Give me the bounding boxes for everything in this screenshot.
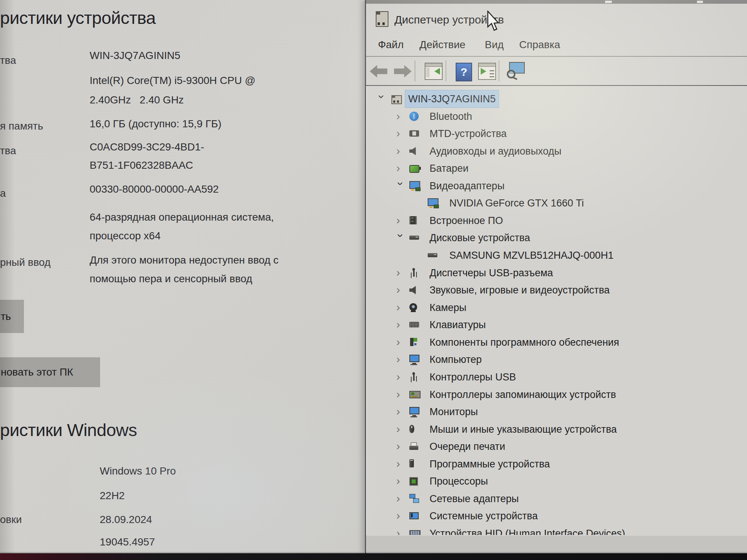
pen-touch-line1: Для этого монитора недоступен ввод с: [90, 254, 279, 266]
tree-item-label[interactable]: Программные устройства: [427, 455, 553, 473]
rename-pc-button-fragment[interactable]: новать этот ПК: [0, 357, 100, 387]
tree-item-label[interactable]: Диспетчеры USB-разъема: [427, 264, 556, 281]
tree-item-label[interactable]: Встроенное ПО: [427, 212, 506, 229]
tree-item[interactable]: › Программные устройства: [367, 455, 747, 473]
tree-item[interactable]: SAMSUNG MZVLB512HAJQ-000H1: [367, 247, 747, 264]
device-id-line2: B751-1F062328BAAC: [90, 159, 193, 171]
tree-item-label[interactable]: Клавиатуры: [427, 316, 489, 333]
sound-icon: [409, 286, 418, 295]
computer-icon: [409, 355, 419, 362]
keyboard-icon: [409, 322, 419, 327]
expander-icon[interactable]: ›: [373, 95, 390, 103]
tree-item-label[interactable]: Контроллеры запоминающих устройств: [427, 386, 619, 403]
tree-item[interactable]: › Дисковые устройства: [367, 229, 747, 246]
tree-item[interactable]: › Сетевые адаптеры: [367, 490, 747, 507]
expander-icon[interactable]: ›: [396, 351, 405, 368]
tree-item[interactable]: › Очереди печати: [367, 438, 747, 455]
expander-icon[interactable]: ›: [396, 368, 405, 386]
tree-item[interactable]: › Камеры: [367, 299, 747, 316]
expander-icon[interactable]: ›: [396, 334, 405, 351]
tree-item-label[interactable]: Контроллеры USB: [427, 368, 519, 386]
toolbar: ?: [366, 57, 747, 85]
tree-item[interactable]: › Клавиатуры: [367, 316, 747, 333]
tree-item-label[interactable]: Сетевые адаптеры: [427, 490, 522, 507]
expander-icon[interactable]: ›: [396, 455, 405, 473]
tree-item[interactable]: › Диспетчеры USB-разъема: [367, 264, 747, 281]
device-manager-app-icon: [376, 11, 388, 27]
forward-icon[interactable]: [394, 64, 412, 78]
tree-item[interactable]: › Компоненты программного обеспечения: [367, 334, 747, 351]
tree-item-label[interactable]: Батареи: [427, 160, 471, 177]
title-bar[interactable]: Диспетчер устройств: [366, 4, 747, 37]
menu-file[interactable]: Файл: [378, 39, 404, 51]
expander-icon[interactable]: ›: [396, 125, 405, 142]
menu-action[interactable]: Действие: [419, 39, 465, 51]
tree-item[interactable]: › Мониторы: [367, 403, 747, 420]
expander-icon[interactable]: ›: [396, 212, 405, 229]
expander-icon[interactable]: ›: [396, 438, 405, 455]
tree-item[interactable]: › WIN-3JQ7AGININ5: [367, 90, 747, 108]
tree-item[interactable]: › Контроллеры запоминающих устройств: [367, 386, 747, 403]
expander-icon[interactable]: ›: [396, 299, 405, 316]
properties-icon[interactable]: [478, 63, 496, 80]
expander-icon[interactable]: ›: [396, 281, 405, 299]
tree-item[interactable]: › Батареи: [367, 160, 747, 177]
tree-item-label[interactable]: Процессоры: [427, 473, 491, 490]
expander-icon[interactable]: ›: [396, 507, 405, 525]
tree-item-label[interactable]: NVIDIA GeForce GTX 1660 Ti: [446, 195, 587, 212]
tree-item[interactable]: › Системные устройства: [367, 507, 747, 525]
tree-item-label[interactable]: Bluetooth: [427, 108, 475, 125]
tree-item-label[interactable]: MTD-устройства: [427, 125, 510, 142]
expander-icon[interactable]: ›: [396, 160, 405, 177]
show-console-tree-icon[interactable]: [425, 63, 443, 80]
expander-icon[interactable]: ›: [396, 108, 405, 125]
expander-icon[interactable]: ›: [396, 421, 405, 438]
tree-item-label[interactable]: Компьютер: [427, 351, 485, 368]
back-icon[interactable]: [370, 64, 387, 78]
mtd-icon: [409, 130, 419, 137]
tree-item[interactable]: › Аудиовходы и аудиовыходы: [367, 143, 747, 160]
expander-icon[interactable]: ›: [396, 316, 405, 333]
ram-value: 16,0 ГБ (доступно: 15,9 ГБ): [90, 118, 221, 130]
tree-item-label[interactable]: Мыши и иные указывающие устройства: [427, 421, 620, 438]
tree-item-label[interactable]: Звуковые, игровые и видеоустройства: [427, 281, 613, 299]
expander-icon[interactable]: ›: [396, 386, 405, 403]
tree-item-label[interactable]: SAMSUNG MZVLB512HAJQ-000H1: [446, 247, 617, 264]
device-tree[interactable]: › WIN-3JQ7AGININ5 › Bluetooth › MTD-устр…: [366, 86, 747, 535]
menu-view[interactable]: Вид: [485, 39, 504, 51]
expander-icon[interactable]: ›: [396, 473, 405, 490]
tree-item-label[interactable]: Аудиовходы и аудиовыходы: [427, 143, 564, 160]
expander-icon[interactable]: ›: [396, 264, 405, 281]
copy-button-fragment[interactable]: ть: [0, 300, 24, 333]
expander-icon[interactable]: ›: [392, 182, 409, 190]
tree-item[interactable]: › Контроллеры USB: [367, 368, 747, 386]
tree-item-label[interactable]: Дисковые устройства: [427, 229, 533, 246]
tree-item[interactable]: › Встроенное ПО: [367, 212, 747, 229]
tree-item[interactable]: NVIDIA GeForce GTX 1660 Ti: [367, 195, 747, 212]
tree-item[interactable]: › Bluetooth: [367, 108, 747, 125]
expander-icon[interactable]: ›: [396, 143, 405, 160]
tree-item[interactable]: › Мыши и иные указывающие устройства: [367, 421, 747, 438]
expander-icon[interactable]: ›: [396, 525, 405, 535]
tree-item-label[interactable]: WIN-3JQ7AGININ5: [405, 90, 499, 108]
menu-help[interactable]: Справка: [519, 39, 560, 51]
tree-item-label[interactable]: Камеры: [427, 299, 469, 316]
tree-item-label[interactable]: Устройства HID (Human Interface Devices): [427, 525, 628, 535]
tree-item-label[interactable]: Мониторы: [427, 403, 481, 420]
tree-item-label[interactable]: Очереди печати: [427, 438, 508, 455]
tree-item[interactable]: › MTD-устройства: [367, 125, 747, 142]
tree-item[interactable]: › Компьютер: [367, 351, 747, 368]
expander-icon[interactable]: ›: [396, 490, 405, 507]
scan-hardware-changes-icon[interactable]: [507, 62, 525, 80]
photographed-screen: ристики устройства тва WIN-3JQ7AGININ5 I…: [0, 0, 747, 560]
help-icon[interactable]: ?: [456, 63, 472, 81]
tree-item[interactable]: › Видеоадаптеры: [367, 177, 747, 195]
tree-item-label[interactable]: Видеоадаптеры: [427, 177, 508, 195]
expander-icon[interactable]: ›: [392, 234, 409, 242]
tree-item[interactable]: › Устройства HID (Human Interface Device…: [367, 525, 747, 535]
tree-item-label[interactable]: Системные устройства: [427, 507, 541, 525]
expander-icon[interactable]: ›: [396, 403, 405, 420]
tree-item-label[interactable]: Компоненты программного обеспечения: [427, 334, 622, 351]
tree-item[interactable]: › Процессоры: [367, 473, 747, 490]
tree-item[interactable]: › Звуковые, игровые и видеоустройства: [367, 281, 747, 299]
